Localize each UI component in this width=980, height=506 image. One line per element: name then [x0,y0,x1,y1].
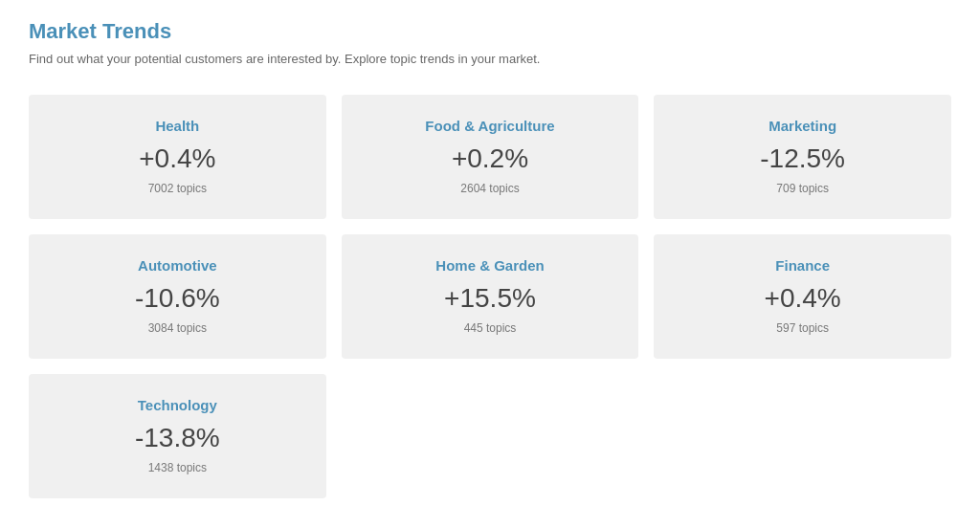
card-automotive: Automotive -10.6% 3084 topics [29,234,326,359]
card-home-garden-value: +15.5% [361,283,620,314]
card-marketing-value: -12.5% [673,143,932,174]
card-home-garden-topics: 445 topics [361,321,620,335]
card-finance: Finance +0.4% 597 topics [654,234,951,359]
card-finance-value: +0.4% [673,283,932,314]
card-health: Health +0.4% 7002 topics [29,95,326,219]
card-finance-title: Finance [673,257,932,274]
page-title: Market Trends [29,19,951,44]
card-food-agriculture-value: +0.2% [361,143,620,174]
card-finance-topics: 597 topics [673,321,932,335]
card-home-garden-title: Home & Garden [361,257,620,274]
card-automotive-title: Automotive [48,257,307,274]
card-technology-title: Technology [48,397,307,413]
card-food-agriculture: Food & Agriculture +0.2% 2604 topics [342,95,639,219]
card-food-agriculture-title: Food & Agriculture [361,118,620,134]
card-marketing: Marketing -12.5% 709 topics [654,95,951,219]
page-subtitle: Find out what your potential customers a… [29,52,951,66]
card-marketing-topics: 709 topics [673,182,932,195]
card-technology-topics: 1438 topics [48,461,307,474]
card-marketing-title: Marketing [673,118,932,134]
card-health-value: +0.4% [48,143,307,174]
market-trends-grid: Health +0.4% 7002 topics Food & Agricult… [29,95,951,498]
card-technology: Technology -13.8% 1438 topics [29,374,326,498]
card-automotive-value: -10.6% [48,283,307,314]
card-food-agriculture-topics: 2604 topics [361,182,620,195]
card-automotive-topics: 3084 topics [48,321,307,335]
card-home-garden: Home & Garden +15.5% 445 topics [342,234,639,359]
card-technology-value: -13.8% [48,423,307,453]
card-health-topics: 7002 topics [48,182,307,195]
card-health-title: Health [48,118,307,134]
